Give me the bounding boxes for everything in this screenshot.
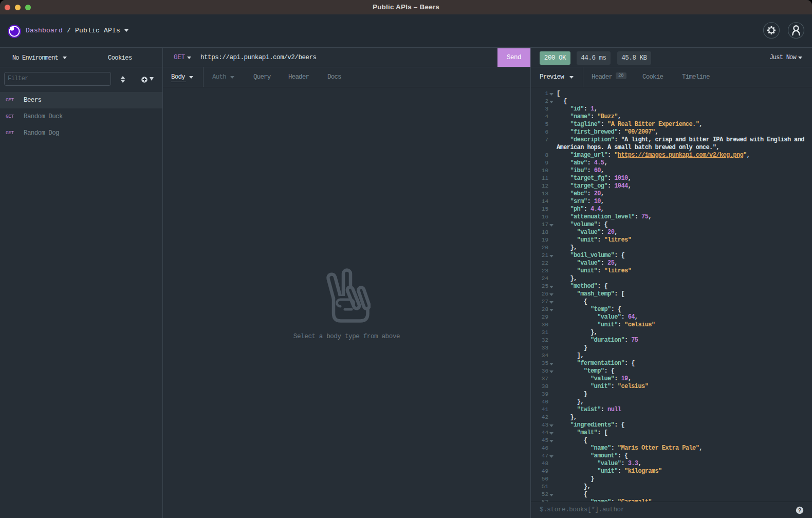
svg-text:?: ?	[798, 507, 801, 513]
